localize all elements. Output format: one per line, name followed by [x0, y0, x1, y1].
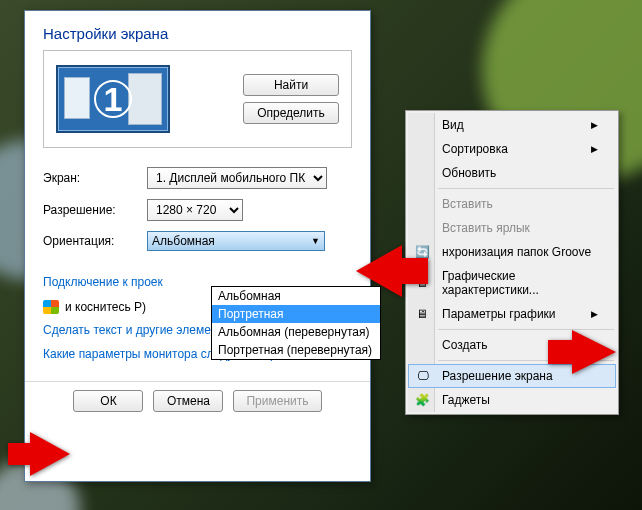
ctx-gfx-characteristics[interactable]: 🖥Графические характеристики...: [408, 264, 616, 302]
orientation-option[interactable]: Портретная (перевернутая): [212, 341, 380, 359]
ctx-gfx-params[interactable]: 🖥Параметры графики▶: [408, 302, 616, 326]
ctx-sort[interactable]: Сортировка▶: [408, 137, 616, 161]
orientation-select[interactable]: Альбомная▼: [147, 231, 325, 251]
monitor-thumbnail[interactable]: 1: [56, 65, 170, 133]
monitor-icon: 🖵: [415, 368, 431, 384]
dialog-title: Настройки экрана: [25, 11, 370, 50]
resolution-label: Разрешение:: [43, 203, 143, 217]
red-arrow-annotation: [572, 330, 616, 374]
gadgets-icon: 🧩: [414, 392, 430, 408]
screen-select[interactable]: 1. Дисплей мобильного ПК: [147, 167, 327, 189]
find-button[interactable]: Найти: [243, 74, 339, 96]
apply-button[interactable]: Применить: [233, 390, 321, 412]
projector-shortcut-note: и коснитесь P): [65, 300, 146, 314]
red-arrow-annotation: [30, 432, 70, 476]
orientation-option[interactable]: Альбомная: [212, 287, 380, 305]
ctx-paste-shortcut: Вставить ярлык: [408, 216, 616, 240]
ctx-view[interactable]: Вид▶: [408, 113, 616, 137]
ctx-refresh[interactable]: Обновить: [408, 161, 616, 185]
screen-label: Экран:: [43, 171, 143, 185]
windows-flag-icon: [43, 300, 59, 314]
orientation-label: Ориентация:: [43, 234, 143, 248]
cancel-button[interactable]: Отмена: [153, 390, 223, 412]
monitor-preview-box: 1 Найти Определить: [43, 50, 352, 148]
ctx-paste: Вставить: [408, 192, 616, 216]
projector-link[interactable]: Подключение к проек: [43, 274, 163, 290]
detect-button[interactable]: Определить: [243, 102, 339, 124]
ctx-gadgets[interactable]: 🧩Гаджеты: [408, 388, 616, 412]
ctx-groove-sync[interactable]: 🔄нхронизация папок Groove: [408, 240, 616, 264]
display-settings-dialog: Настройки экрана 1 Найти Определить Экра…: [24, 10, 371, 482]
orientation-option[interactable]: Портретная: [212, 305, 380, 323]
ok-button[interactable]: ОК: [73, 390, 143, 412]
orientation-dropdown[interactable]: Альбомная Портретная Альбомная (переверн…: [211, 286, 381, 360]
gfx-icon: 🖥: [414, 306, 430, 322]
monitor-number: 1: [94, 80, 132, 118]
orientation-option[interactable]: Альбомная (перевернутая): [212, 323, 380, 341]
resolution-select[interactable]: 1280 × 720: [147, 199, 243, 221]
